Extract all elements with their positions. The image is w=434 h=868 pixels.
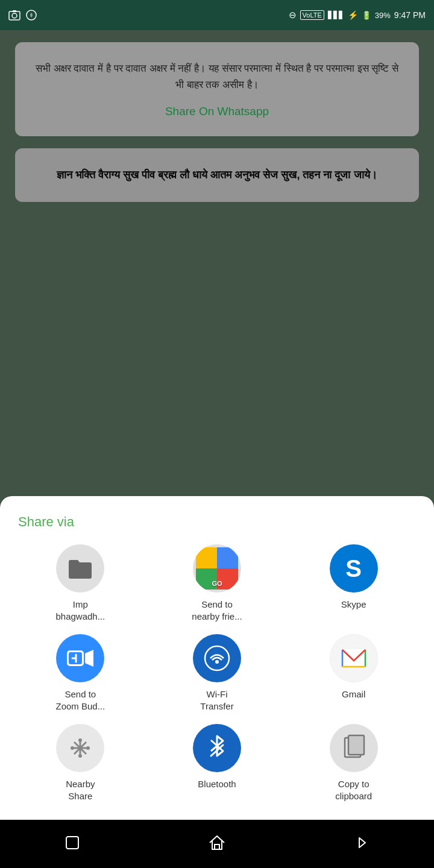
wifi-transfer-icon xyxy=(193,634,241,682)
gmail-icon xyxy=(330,634,378,682)
folder-icon xyxy=(56,544,104,593)
svg-rect-22 xyxy=(215,844,219,849)
share-item-skype[interactable]: S Skype xyxy=(285,544,422,622)
share-item-nearby-share[interactable]: NearbyShare xyxy=(12,724,149,802)
skype-label: Skype xyxy=(341,599,366,611)
svg-rect-21 xyxy=(66,837,78,849)
zoom-label: Send toZoom Bud... xyxy=(55,688,105,712)
share-item-gmail[interactable]: Gmail xyxy=(285,634,422,712)
status-bar: ⊖ VoLTE ▋▋▋ ⚡ 🔋 39% 9:47 PM xyxy=(0,0,434,30)
svg-point-16 xyxy=(86,746,90,750)
volte-label: VoLTE xyxy=(300,10,324,20)
skype-icon: S xyxy=(330,544,378,593)
do-not-disturb-icon: ⊖ xyxy=(289,10,297,20)
svg-marker-5 xyxy=(85,650,93,667)
gmail-label: Gmail xyxy=(342,688,365,700)
wifi-transfer-label: Wi-FiTransfer xyxy=(200,688,233,712)
share-via-title: Share via xyxy=(12,514,422,530)
share-grid: Impbhagwadh... GO Send tonearby frie... xyxy=(12,544,422,802)
share-item-zoom[interactable]: Send toZoom Bud... xyxy=(12,634,149,712)
photo-icon xyxy=(8,9,20,21)
lightning-icon: ⚡ xyxy=(348,10,358,20)
svg-point-8 xyxy=(215,660,219,664)
clipboard-icon xyxy=(330,724,378,772)
main-content-wrapper: सभी अक्षर दावात में है पर दावात अक्षर मे… xyxy=(0,30,434,820)
nearby-share-label: NearbyShare xyxy=(66,778,95,802)
nav-home-button[interactable] xyxy=(208,834,226,854)
share-sheet: Share via Impbhagwadh... xyxy=(0,496,434,820)
go-app: GO xyxy=(196,547,238,590)
gonearby-icon: GO xyxy=(193,544,241,593)
svg-point-1 xyxy=(12,13,17,18)
share-item-bluetooth[interactable]: Bluetooth xyxy=(149,724,286,802)
nearby-share-icon xyxy=(56,724,104,772)
battery-percentage: 39% xyxy=(375,11,391,20)
share-item-send-nearby[interactable]: GO Send tonearby frie... xyxy=(149,544,286,622)
status-left-icons xyxy=(8,9,37,21)
bluetooth-icon xyxy=(193,724,241,772)
svg-rect-2 xyxy=(13,10,16,12)
svg-point-15 xyxy=(71,746,74,750)
bluetooth-label: Bluetooth xyxy=(198,778,236,790)
svg-point-14 xyxy=(78,746,83,750)
svg-rect-0 xyxy=(9,11,20,20)
battery-icon: 🔋 xyxy=(362,11,371,20)
nav-back-button[interactable] xyxy=(353,834,370,854)
send-nearby-label: Send tonearby frie... xyxy=(192,599,242,622)
zoom-icon xyxy=(56,634,104,682)
svg-rect-20 xyxy=(348,735,364,755)
clipboard-label: Copy toclipboard xyxy=(335,778,372,802)
circle-icon xyxy=(25,9,37,21)
imp-bhagwadh-label: Impbhagwadh... xyxy=(55,599,105,622)
status-right-icons: ⊖ VoLTE ▋▋▋ ⚡ 🔋 39% 9:47 PM xyxy=(289,10,426,20)
nav-recents-button[interactable] xyxy=(64,834,81,854)
share-item-wifi-transfer[interactable]: Wi-FiTransfer xyxy=(149,634,286,712)
share-item-imp-bhagwadh[interactable]: Impbhagwadh... xyxy=(12,544,149,622)
svg-point-18 xyxy=(78,754,82,758)
share-item-clipboard[interactable]: Copy toclipboard xyxy=(285,724,422,802)
signal-bars: ▋▋▋ xyxy=(328,11,344,19)
nav-bar xyxy=(0,820,434,868)
svg-point-17 xyxy=(78,738,82,742)
time-display: 9:47 PM xyxy=(394,10,426,20)
